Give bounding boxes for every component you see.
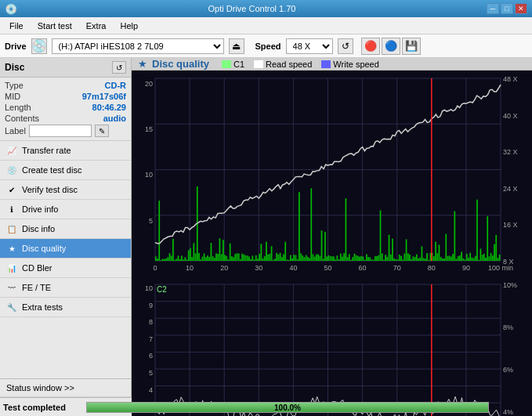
disc-type-row: Type CD-R: [5, 81, 126, 90]
disc-label-label: Label: [5, 126, 26, 136]
menu-file[interactable]: File: [3, 20, 30, 32]
disc-contents-label: Contents: [5, 114, 39, 123]
nav-disc-quality[interactable]: ★ Disc quality: [0, 239, 131, 259]
nav-create-test-disc-label: Create test disc: [22, 165, 81, 175]
panel-header-title: Disc quality: [152, 58, 209, 70]
drive-label: Drive: [5, 42, 27, 51]
nav-create-test-disc[interactable]: 💿 Create test disc: [0, 161, 131, 180]
progress-bar: 100.0%: [86, 402, 489, 413]
disc-refresh-btn[interactable]: ↺: [112, 61, 126, 74]
nav-extra-tests[interactable]: 🔧 Extra tests: [0, 298, 131, 317]
nav-cd-bler-label: CD Bler: [22, 263, 52, 273]
c1-chart: [132, 71, 532, 278]
disc-contents-row: Contents audio: [5, 114, 126, 123]
disc-contents-value: audio: [103, 114, 126, 123]
status-text: Test completed: [3, 403, 81, 412]
drive-info-icon: ℹ: [6, 204, 17, 215]
progress-label: 100.0%: [87, 403, 488, 414]
verify-test-disc-icon: ✔: [6, 184, 17, 195]
window-controls: ─ □ ✕: [487, 3, 527, 14]
eject-button[interactable]: ⏏: [229, 38, 244, 54]
close-button[interactable]: ✕: [515, 3, 527, 14]
legend-read-speed: Read speed: [254, 60, 312, 69]
drive-select[interactable]: (H:) ATAPI iHES108 2 7L09: [52, 38, 224, 54]
drive-icon: 💿: [31, 38, 47, 54]
nav-drive-info-label: Drive info: [22, 204, 58, 214]
nav-verify-test-disc-label: Verify test disc: [22, 185, 78, 194]
refresh-button[interactable]: ↺: [338, 38, 353, 54]
disc-label-input[interactable]: [29, 125, 92, 137]
nav-status-window[interactable]: Status window >>: [0, 379, 131, 397]
nav-fe-te[interactable]: 〰 FE / TE: [0, 278, 131, 298]
nav-disc-info[interactable]: 📋 Disc info: [0, 219, 131, 239]
nav-transfer-rate[interactable]: 📈 Transfer rate: [0, 141, 131, 161]
main-content: Disc ↺ Type CD-R MID 97m17s06f Length 80…: [0, 58, 532, 397]
drive-bar: Drive 💿 (H:) ATAPI iHES108 2 7L09 ⏏ Spee…: [0, 34, 532, 58]
disc-mid-value: 97m17s06f: [82, 92, 126, 101]
nav-extra-tests-label: Extra tests: [22, 302, 63, 312]
panel-legend: C1 Read speed Write speed: [222, 60, 379, 69]
legend-c1-label: C1: [233, 60, 244, 69]
extra-tests-icon: 🔧: [6, 302, 17, 313]
disc-header: Disc ↺: [0, 58, 131, 78]
write-speed-dot: [321, 60, 331, 68]
legend-write-speed: Write speed: [321, 60, 379, 69]
speed-select[interactable]: 48 X: [286, 38, 333, 54]
nav-disc-info-label: Disc info: [22, 224, 55, 233]
toolbar-buttons: 🔴 🔵 💾: [361, 38, 421, 55]
menu-extra[interactable]: Extra: [80, 20, 113, 32]
panel-header: ★ Disc quality C1 Read speed Write speed: [132, 58, 532, 71]
disk-action-btn1[interactable]: 🔴: [361, 38, 380, 55]
disc-label-row: Label ✎: [5, 125, 126, 137]
nav-verify-test-disc[interactable]: ✔ Verify test disc: [0, 180, 131, 200]
nav-fe-te-label: FE / TE: [22, 283, 51, 292]
fe-te-icon: 〰: [6, 282, 17, 293]
disc-length-value: 80:46.29: [92, 103, 126, 112]
nav-drive-info[interactable]: ℹ Drive info: [0, 200, 131, 219]
disc-header-title: Disc: [5, 62, 24, 73]
legend-read-speed-label: Read speed: [266, 60, 312, 69]
nav-disc-quality-label: Disc quality: [22, 244, 66, 253]
app-title: Opti Drive Control 1.70: [17, 4, 487, 13]
sidebar: Disc ↺ Type CD-R MID 97m17s06f Length 80…: [0, 58, 132, 397]
speed-label: Speed: [255, 42, 281, 51]
c2-jitter-chart: [132, 278, 532, 416]
nav-cd-bler[interactable]: 📊 CD Bler: [0, 259, 131, 278]
read-speed-dot: [254, 60, 263, 68]
save-button[interactable]: 💾: [402, 38, 421, 55]
status-window-label: Status window >>: [6, 383, 74, 392]
maximize-button[interactable]: □: [501, 3, 513, 14]
c1-dot: [222, 60, 231, 68]
menu-help[interactable]: Help: [114, 20, 144, 32]
cd-bler-icon: 📊: [6, 262, 17, 273]
create-test-disc-icon: 💿: [6, 165, 17, 175]
disc-type-value: CD-R: [105, 81, 127, 90]
right-panel: ★ Disc quality C1 Read speed Write speed: [132, 58, 532, 397]
app-icon: 💿: [5, 3, 17, 15]
legend-write-speed-label: Write speed: [333, 60, 379, 69]
disc-label-btn[interactable]: ✎: [95, 125, 109, 137]
menu-start-test[interactable]: Start test: [31, 20, 78, 32]
menu-bar: File Start test Extra Help: [0, 17, 532, 34]
minimize-button[interactable]: ─: [487, 3, 499, 14]
disc-info-panel: Type CD-R MID 97m17s06f Length 80:46.29 …: [0, 78, 131, 141]
charts-container: [132, 71, 532, 416]
disc-info-icon: 📋: [6, 223, 17, 234]
nav-transfer-rate-label: Transfer rate: [22, 146, 71, 155]
disk-action-btn2[interactable]: 🔵: [382, 38, 400, 55]
disc-length-label: Length: [5, 103, 31, 112]
disc-mid-label: MID: [5, 92, 20, 101]
disc-mid-row: MID 97m17s06f: [5, 92, 126, 101]
title-bar: 💿 Opti Drive Control 1.70 ─ □ ✕: [0, 0, 532, 17]
disc-quality-icon: ★: [6, 243, 17, 254]
disc-length-row: Length 80:46.29: [5, 103, 126, 112]
disc-type-label: Type: [5, 81, 24, 90]
transfer-rate-icon: 📈: [6, 145, 17, 156]
legend-c1: C1: [222, 60, 244, 69]
panel-header-icon: ★: [138, 58, 147, 70]
